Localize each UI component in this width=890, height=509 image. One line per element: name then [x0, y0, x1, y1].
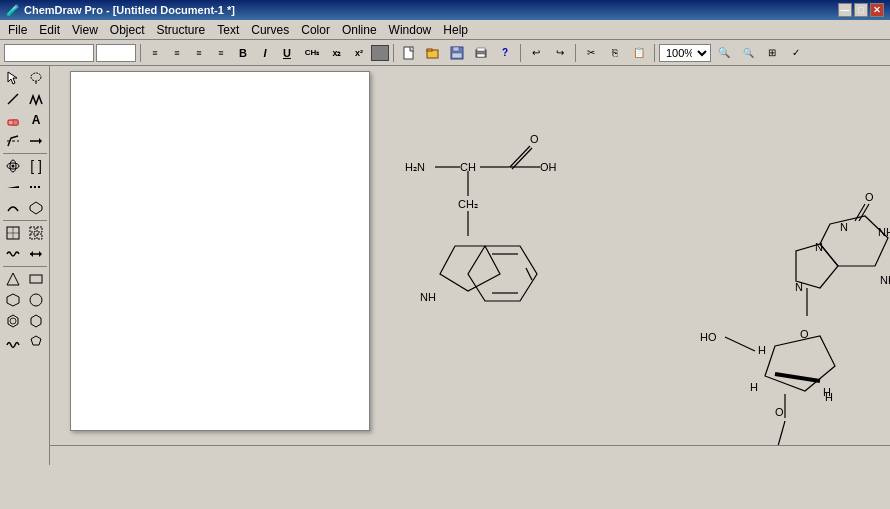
- svg-marker-21: [7, 186, 19, 188]
- zoom-in-btn[interactable]: 🔍: [713, 43, 735, 63]
- zoom-select[interactable]: 100% 50% 75% 150% 200%: [659, 44, 711, 62]
- menu-structure[interactable]: Structure: [151, 21, 212, 39]
- superscript-btn[interactable]: x²: [349, 44, 369, 62]
- menu-object[interactable]: Object: [104, 21, 151, 39]
- paste-btn[interactable]: 📋: [628, 43, 650, 63]
- triangle-tool[interactable]: [2, 269, 24, 289]
- svg-line-58: [526, 268, 532, 280]
- menu-color[interactable]: Color: [295, 21, 336, 39]
- zoom-fit-btn[interactable]: ⊞: [761, 43, 783, 63]
- svg-marker-41: [31, 336, 41, 345]
- cyclohexane-tool[interactable]: [25, 311, 47, 331]
- main-toolbar: ≡ ≡ ≡ ≡ B I U CH₂ x₂ x² ? ↩ ↪ ✂ ⎘ 📋 100%…: [0, 40, 890, 66]
- svg-text:NH: NH: [878, 226, 890, 238]
- redo-btn[interactable]: ↪: [549, 43, 571, 63]
- close-button[interactable]: ✕: [870, 3, 884, 17]
- ch2-btn[interactable]: CH₂: [299, 44, 325, 62]
- svg-line-75: [775, 374, 820, 381]
- table-tool[interactable]: [2, 223, 24, 243]
- minimize-button[interactable]: —: [838, 3, 852, 17]
- text-tool[interactable]: A: [25, 110, 47, 130]
- svg-marker-64: [820, 216, 888, 266]
- subscript-btn[interactable]: x₂: [327, 44, 347, 62]
- print-btn[interactable]: [470, 43, 492, 63]
- svg-point-10: [31, 73, 41, 81]
- wave2-tool[interactable]: [2, 332, 24, 352]
- arc-tool[interactable]: [2, 198, 24, 218]
- cut-btn[interactable]: ✂: [580, 43, 602, 63]
- title-bar: 🧪 ChemDraw Pro - [Untitled Document-1 *]…: [0, 0, 890, 20]
- tool-sep-3: [3, 266, 47, 267]
- bond-tool[interactable]: [2, 89, 24, 109]
- maximize-button[interactable]: □: [854, 3, 868, 17]
- svg-point-37: [30, 294, 42, 306]
- help-btn[interactable]: ?: [494, 43, 516, 63]
- menu-view[interactable]: View: [66, 21, 104, 39]
- italic-btn[interactable]: I: [255, 44, 275, 62]
- tool-sep-2: [3, 220, 47, 221]
- curve-tool[interactable]: [25, 332, 47, 352]
- menu-help[interactable]: Help: [437, 21, 474, 39]
- svg-line-46: [510, 146, 530, 167]
- arrow-tool[interactable]: [25, 244, 47, 264]
- menu-window[interactable]: Window: [383, 21, 438, 39]
- style-dropdown[interactable]: [4, 44, 94, 62]
- ring2-tool[interactable]: [25, 198, 47, 218]
- svg-text:H₂N: H₂N: [405, 161, 425, 173]
- svg-text:H: H: [758, 344, 766, 356]
- copy-btn[interactable]: ⎘: [604, 43, 626, 63]
- eraser-tool[interactable]: [2, 110, 24, 130]
- svg-text:O: O: [530, 133, 539, 145]
- bold-btn[interactable]: B: [233, 44, 253, 62]
- toolbar-sep-2: [393, 44, 394, 62]
- hexagon-tool[interactable]: [2, 290, 24, 310]
- svg-text:NH: NH: [420, 291, 436, 303]
- document-page: [70, 71, 370, 431]
- reaction-tool[interactable]: [25, 131, 47, 151]
- align-right-btn[interactable]: ≡: [189, 44, 209, 62]
- ring-tool[interactable]: [2, 131, 24, 151]
- zoom-out-btn[interactable]: 🔍: [737, 43, 759, 63]
- canvas-area[interactable]: H₂N CH O OH: [50, 66, 890, 465]
- align-center-btn[interactable]: ≡: [167, 44, 187, 62]
- svg-marker-36: [7, 294, 19, 306]
- svg-marker-23: [30, 202, 42, 214]
- toolbox: A [ ]: [0, 66, 50, 465]
- select-tool[interactable]: [2, 68, 24, 88]
- svg-rect-35: [30, 275, 42, 283]
- new-btn[interactable]: [398, 43, 420, 63]
- benzene-tool[interactable]: [2, 311, 24, 331]
- align-justify-btn[interactable]: ≡: [211, 44, 231, 62]
- svg-text:HO: HO: [700, 331, 717, 343]
- svg-rect-14: [13, 120, 18, 125]
- undo-btn[interactable]: ↩: [525, 43, 547, 63]
- title-text: ChemDraw Pro - [Untitled Document-1 *]: [24, 4, 235, 16]
- svg-text:CH₂: CH₂: [458, 198, 478, 210]
- svg-rect-27: [30, 227, 35, 232]
- svg-text:O: O: [775, 406, 784, 418]
- menu-online[interactable]: Online: [336, 21, 383, 39]
- atom-tool[interactable]: [2, 156, 24, 176]
- checkmark-btn[interactable]: ✓: [785, 43, 807, 63]
- chain-tool[interactable]: [25, 89, 47, 109]
- wave-tool[interactable]: [2, 244, 24, 264]
- bracket-tool[interactable]: [ ]: [25, 156, 47, 176]
- grid-tool[interactable]: [25, 223, 47, 243]
- menu-edit[interactable]: Edit: [33, 21, 66, 39]
- rectangle-tool[interactable]: [25, 269, 47, 289]
- menu-text[interactable]: Text: [211, 21, 245, 39]
- open-btn[interactable]: [422, 43, 444, 63]
- align-left-btn[interactable]: ≡: [145, 44, 165, 62]
- menu-curves[interactable]: Curves: [245, 21, 295, 39]
- save-btn[interactable]: [446, 43, 468, 63]
- circle-tool[interactable]: [25, 290, 47, 310]
- underline-btn[interactable]: U: [277, 44, 297, 62]
- color-swatch[interactable]: [371, 45, 389, 61]
- svg-rect-28: [37, 227, 42, 232]
- svg-rect-5: [452, 53, 462, 58]
- dashed-bond-tool[interactable]: [25, 177, 47, 197]
- menu-file[interactable]: File: [2, 21, 33, 39]
- size-dropdown[interactable]: [96, 44, 136, 62]
- lasso-tool[interactable]: [25, 68, 47, 88]
- wedge-tool[interactable]: [2, 177, 24, 197]
